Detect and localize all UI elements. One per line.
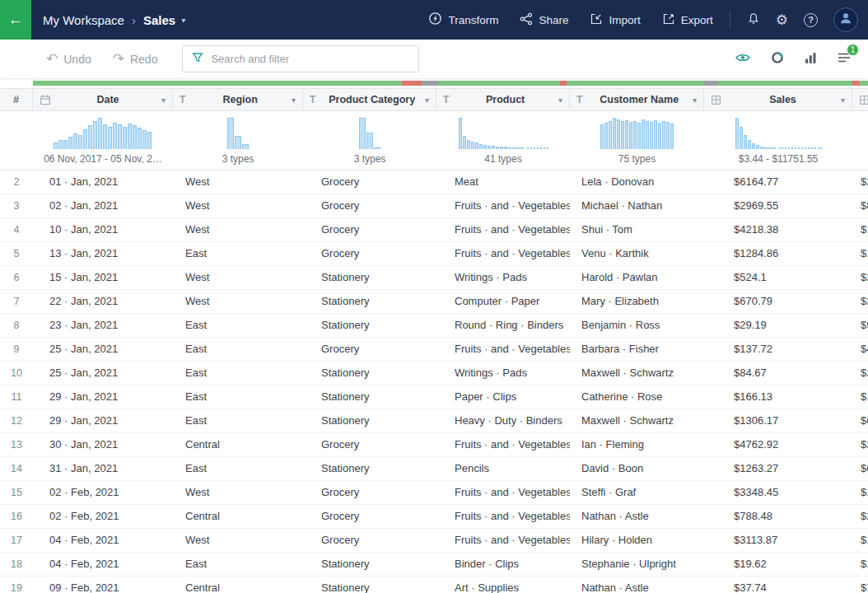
cell[interactable]: 02 · Jan, 2021 [33,194,173,217]
cell[interactable]: Maxwell · Schwartz [570,362,704,385]
cell[interactable]: $19.62 [704,553,852,576]
cell[interactable]: $17 [852,218,868,241]
help-button[interactable]: ? [804,13,818,27]
cell[interactable]: Central [173,577,303,593]
share-button[interactable]: Share [520,12,568,28]
cell[interactable]: Stationery [303,362,436,385]
caret-down-icon[interactable]: ▾ [292,96,296,105]
caret-down-icon[interactable]: ▾ [425,96,429,105]
breadcrumb-dataset[interactable]: Sales [143,13,175,27]
export-button[interactable]: Export [662,12,713,28]
cell[interactable]: $37.74 [704,577,852,593]
cell[interactable]: Grocery [303,505,436,528]
row-number[interactable]: 3 [0,194,33,217]
cell[interactable]: Central [173,505,303,528]
cell[interactable]: $1306.17 [704,409,852,432]
cell[interactable]: Central [173,433,303,456]
cell[interactable]: Stationery [303,457,436,480]
cell[interactable]: Fruits · and · Vegetables [436,481,570,504]
breadcrumb-workspace[interactable]: My Workspace [43,13,124,27]
cell[interactable]: Nathan · Astle [570,577,704,593]
cell[interactable]: $17 [852,242,868,265]
column-histogram[interactable] [359,114,381,149]
caret-down-icon[interactable]: ▾ [161,96,166,105]
cell[interactable]: $4 [852,338,868,361]
cell[interactable]: 04 · Feb, 2021 [33,553,173,576]
cell[interactable]: $9. [852,314,868,337]
column-header-product[interactable]: TProduct▾ [436,89,570,110]
cell[interactable]: West [173,529,303,552]
cell[interactable]: $20 [852,505,868,528]
cell[interactable]: Harold · Pawlan [570,266,704,289]
cell[interactable]: $4218.38 [704,218,852,241]
cell[interactable]: 01 · Jan, 2021 [33,170,173,194]
cell[interactable]: $137.72 [704,338,852,361]
cell[interactable]: Hilary · Holden [570,529,704,552]
undo-button[interactable]: ↶ Undo [46,50,91,68]
cell[interactable]: $22 [852,170,868,194]
cell[interactable]: East [173,362,303,385]
cell[interactable]: Catherine · Rose [570,385,704,409]
row-number[interactable]: 18 [0,553,33,576]
cell[interactable]: 13 · Jan, 2021 [33,242,173,265]
cell[interactable]: $788.48 [704,505,852,528]
cell[interactable]: Venu · Karthik [570,242,704,265]
cell[interactable]: 02 · Feb, 2021 [33,481,173,504]
cell[interactable]: Round · Ring · Binders [436,314,570,337]
row-number[interactable]: 7 [0,290,33,313]
cell[interactable]: $166.13 [704,385,852,409]
cell[interactable]: $12 [852,529,868,552]
cell[interactable]: Grocery [303,433,436,456]
cell[interactable]: Writings · Pads [436,266,570,289]
cell[interactable]: West [173,290,303,313]
cell[interactable]: Lela · Donovan [570,170,704,194]
transform-button[interactable]: Transform [428,12,498,28]
cell[interactable]: Grocery [303,338,436,361]
cell[interactable]: Stationery [303,314,436,337]
cell[interactable]: East [173,314,303,337]
cell[interactable]: Stationery [303,290,436,313]
cell[interactable]: West [173,194,303,217]
dataset-caret-icon[interactable]: ▾ [181,16,185,25]
cell[interactable]: Benjamin · Ross [570,314,704,337]
quality-segment-gray[interactable] [422,81,438,86]
cell[interactable]: East [173,409,303,432]
import-button[interactable]: Import [590,12,640,28]
cell[interactable]: East [173,385,303,409]
cell[interactable]: $29.19 [704,314,852,337]
column-histogram[interactable] [227,114,250,149]
cell[interactable]: West [173,170,303,194]
cell[interactable]: West [173,266,303,289]
cell[interactable]: Nathan · Astle [570,505,704,528]
row-number[interactable]: 15 [0,481,33,504]
caret-down-icon[interactable]: ▾ [841,96,845,105]
cell[interactable]: Writings · Pads [436,362,570,385]
cell[interactable]: Binder · Clips [436,553,570,576]
row-number[interactable]: 6 [0,266,33,289]
cell[interactable]: David · Boon [570,457,704,480]
cell[interactable]: East [173,457,303,480]
column-summary[interactable]: 06 Nov, 2017 - 05 Nov, 2… [44,153,162,165]
cell[interactable]: East [173,242,303,265]
quality-segment-red[interactable] [852,81,859,86]
settings-button[interactable]: ⚙ [776,12,788,29]
cell[interactable]: $61 [852,457,868,480]
cell[interactable]: 25 · Jan, 2021 [33,362,173,385]
cell[interactable]: Stephanie · Ulpright [570,553,704,576]
cell[interactable]: Michael · Nathan [570,194,704,217]
cell[interactable]: Fruits · and · Vegetables [436,338,570,361]
cell[interactable]: 31 · Jan, 2021 [33,457,173,480]
row-number[interactable]: 4 [0,218,33,241]
quality-segment-green[interactable] [718,81,852,86]
column-summary[interactable]: 41 types [484,153,521,165]
column-summary[interactable]: 75 types [618,153,656,165]
cell[interactable]: $28 [852,290,868,313]
cell[interactable]: 10 · Jan, 2021 [33,218,173,241]
column-histogram[interactable] [54,114,152,149]
cell[interactable]: Grocery [303,170,436,194]
cell[interactable]: 25 · Jan, 2021 [33,338,173,361]
cell[interactable]: Fruits · and · Vegetables [436,529,570,552]
pipeline-steps-button[interactable]: 1 [837,51,852,67]
row-number[interactable]: 17 [0,529,33,552]
cell[interactable]: Fruits · and · Vegetables [436,505,570,528]
